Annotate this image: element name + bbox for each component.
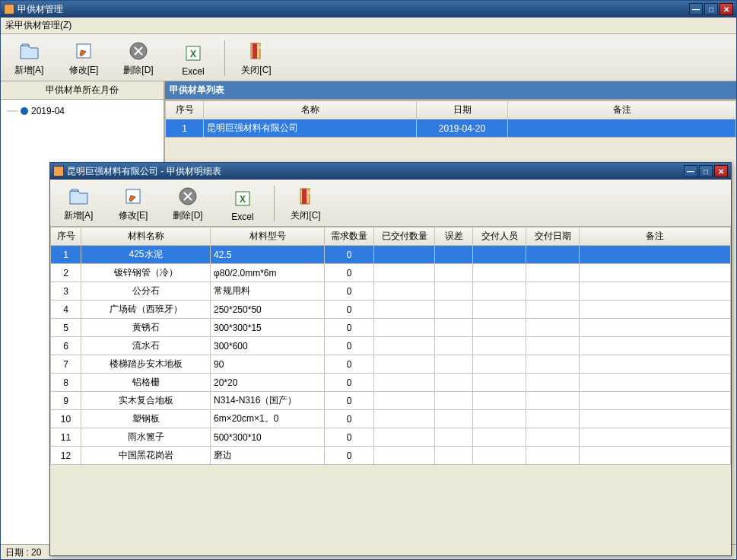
cell-person <box>473 319 526 337</box>
delete-button[interactable]: 删除[D] <box>112 37 165 79</box>
cell-seq: 11 <box>51 428 81 447</box>
cell-delivered <box>374 410 435 428</box>
table-row[interactable]: 5黄锈石300*300*150 <box>51 319 731 337</box>
menu-item[interactable]: 采甲供材管理(Z) <box>5 20 71 30</box>
detail-table[interactable]: 序号 材料名称 材料型号 需求数量 已交付数量 误差 交付人员 交付日期 备注 … <box>50 227 731 465</box>
edit-button[interactable]: 修改[E] <box>57 37 110 79</box>
exit-door-icon: EXIT <box>294 185 317 208</box>
table-row[interactable]: 4广场砖（西班牙）250*250*500 <box>51 301 731 319</box>
cell-person <box>473 392 526 410</box>
cell-ddate <box>526 447 580 465</box>
table-row[interactable]: 3公分石常规用料0 <box>51 282 731 301</box>
cell-err <box>435 374 473 392</box>
cell-name: 塑钢板 <box>81 410 211 428</box>
cell-name: 实木复合地板 <box>81 392 211 410</box>
excel-icon: X <box>231 187 254 210</box>
cell-person <box>473 428 526 447</box>
col-remark[interactable]: 备注 <box>580 228 731 246</box>
table-row[interactable]: 7楼梯踏步安木地板900 <box>51 355 731 374</box>
add-button[interactable]: 新增[A] <box>2 37 56 79</box>
cell-err <box>435 392 473 410</box>
cell-req: 0 <box>325 264 374 282</box>
cell-model: 6m×20cm×1。0 <box>211 410 325 428</box>
table-row[interactable]: 11雨水篦子500*300*100 <box>51 428 731 447</box>
maximize-button[interactable]: □ <box>699 165 713 177</box>
cell-date: 2019-04-20 <box>417 119 508 138</box>
cell-delivered <box>374 355 435 374</box>
cell-seq: 3 <box>51 282 81 301</box>
delete-button[interactable]: 删除[D] <box>161 183 214 224</box>
cell-name: 镀锌钢管（冷） <box>81 264 211 282</box>
toolbar-label: 新增[A] <box>3 64 55 77</box>
cell-name: 425水泥 <box>81 246 211 264</box>
table-row[interactable]: 2镀锌钢管（冷）φ80/2.0mm*6m0 <box>51 264 731 282</box>
cell-person <box>473 337 526 355</box>
toolbar-label: 关闭[C] <box>230 64 282 77</box>
close-button[interactable]: ✕ <box>720 3 733 15</box>
cell-err <box>435 264 473 282</box>
cell-ddate <box>526 374 580 392</box>
col-matname[interactable]: 材料名称 <box>81 228 211 246</box>
close-tool-button[interactable]: EXIT 关闭[C] <box>230 37 283 79</box>
table-row[interactable]: 10塑钢板6m×20cm×1。00 <box>51 410 731 428</box>
titlebar-detail[interactable]: 昆明巨强材料有限公司 - 甲供材明细表 — □ ✕ <box>50 163 731 180</box>
excel-button[interactable]: X Excel <box>216 185 269 224</box>
col-ddate[interactable]: 交付日期 <box>526 228 580 246</box>
minimize-button[interactable]: — <box>684 165 697 177</box>
col-seq[interactable]: 序号 <box>51 228 81 246</box>
col-delivered[interactable]: 已交付数量 <box>374 228 435 246</box>
add-button[interactable]: 新增[A] <box>52 183 105 224</box>
cell-delivered <box>374 264 435 282</box>
cell-delivered <box>374 428 435 447</box>
titlebar-main[interactable]: 甲供材管理 — □ ✕ <box>1 1 736 18</box>
toolbar-detail: 新增[A] 修改[E] 删除[D] X Excel EXIT 关闭[C] <box>50 180 731 227</box>
cell-seq: 10 <box>51 410 81 428</box>
edit-icon <box>72 40 95 62</box>
cell-req: 0 <box>325 301 374 319</box>
col-req[interactable]: 需求数量 <box>325 228 374 246</box>
table-row[interactable]: 1 昆明巨强材料有限公司 2019-04-20 <box>166 119 736 138</box>
maximize-button[interactable]: □ <box>704 3 718 15</box>
pin-icon <box>21 107 28 115</box>
list-panel-header: 甲供材单列表 <box>165 81 736 100</box>
col-model[interactable]: 材料型号 <box>211 228 325 246</box>
col-remark[interactable]: 备注 <box>508 101 736 119</box>
table-row[interactable]: 6流水石300*6000 <box>51 337 731 355</box>
cell-model: φ80/2.0mm*6m <box>211 264 325 282</box>
app-icon <box>4 4 14 14</box>
table-row[interactable]: 1425水泥42.50 <box>51 246 731 264</box>
cell-model: 250*250*50 <box>211 301 325 319</box>
table-row[interactable]: 8铝格栅20*200 <box>51 374 731 392</box>
supply-list-table[interactable]: 序号 名称 日期 备注 1 昆明巨强材料有限公司 2019-04-20 <box>165 100 736 138</box>
close-tool-button[interactable]: EXIT 关闭[C] <box>279 183 332 224</box>
table-row[interactable]: 12中国黑花岗岩磨边0 <box>51 447 731 465</box>
table-row[interactable]: 9实木复合地板N314-N316（国产）0 <box>51 392 731 410</box>
edit-button[interactable]: 修改[E] <box>106 183 160 224</box>
cell-err <box>435 282 473 301</box>
detail-window: 昆明巨强材料有限公司 - 甲供材明细表 — □ ✕ 新增[A] 修改[E] 删除… <box>49 162 732 556</box>
minimize-button[interactable]: — <box>689 3 703 15</box>
cell-ddate <box>526 392 580 410</box>
cell-person <box>473 282 526 301</box>
col-date[interactable]: 日期 <box>417 101 508 119</box>
excel-button[interactable]: X Excel <box>167 40 220 79</box>
cell-model: 300*600 <box>211 337 325 355</box>
folder-add-icon <box>67 185 90 208</box>
col-person[interactable]: 交付人员 <box>473 228 526 246</box>
menubar[interactable]: 采甲供材管理(Z) <box>1 18 736 34</box>
toolbar-label: 修改[E] <box>107 209 159 222</box>
cell-model: N314-N316（国产） <box>211 392 325 410</box>
col-err[interactable]: 误差 <box>435 228 473 246</box>
cell-err <box>435 410 473 428</box>
cell-delivered <box>374 337 435 355</box>
tree-branch-icon: ┈┈ <box>7 106 17 116</box>
cell-remark <box>580 282 731 301</box>
toolbar-label: 关闭[C] <box>280 209 332 222</box>
col-seq[interactable]: 序号 <box>166 101 204 119</box>
tree-node[interactable]: ┈┈ 2019-04 <box>7 104 157 118</box>
cell-err <box>435 301 473 319</box>
col-name[interactable]: 名称 <box>204 101 417 119</box>
cell-delivered <box>374 447 435 465</box>
close-button[interactable]: ✕ <box>714 165 728 177</box>
svg-text:EXIT: EXIT <box>308 190 316 195</box>
